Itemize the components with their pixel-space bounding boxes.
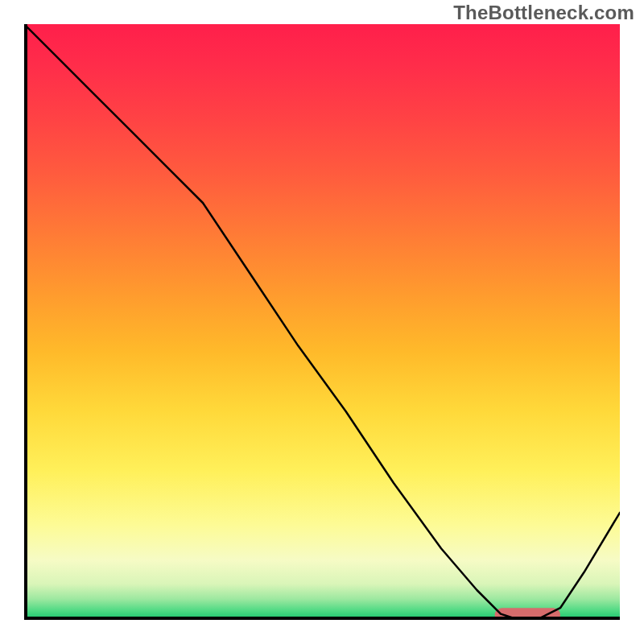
- chart-svg: [24, 24, 620, 620]
- plot-frame: [24, 24, 620, 620]
- chart-container: TheBottleneck.com: [0, 0, 644, 644]
- watermark-text: TheBottleneck.com: [453, 2, 634, 24]
